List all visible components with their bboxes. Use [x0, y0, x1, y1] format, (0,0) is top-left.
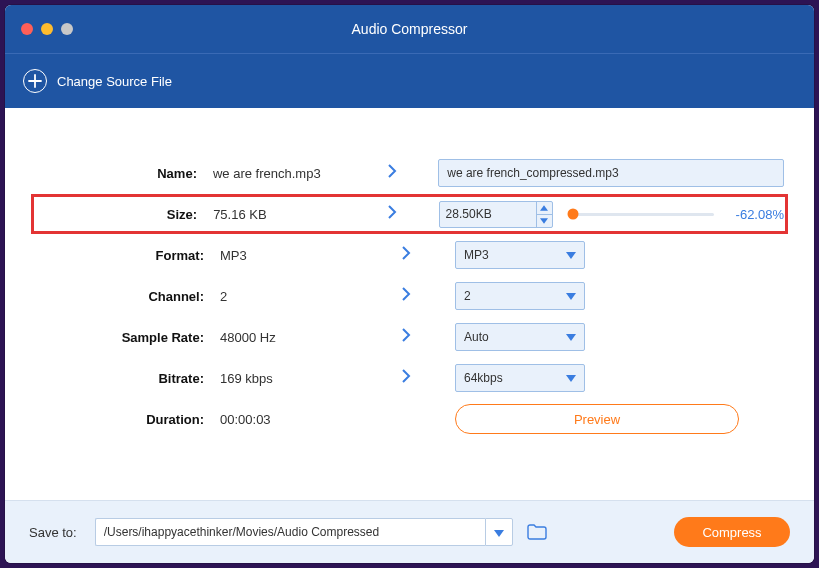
size-stepper[interactable]: 28.50KB: [439, 201, 553, 228]
row-bitrate: Bitrate: 169 kbps 64kbps: [35, 358, 784, 398]
save-path-field[interactable]: [95, 518, 485, 546]
size-output-value: 28.50KB: [440, 207, 536, 221]
format-label: Format:: [35, 248, 220, 263]
chevron-down-icon: [566, 330, 576, 344]
chevron-right-icon: [400, 246, 412, 264]
size-percent: -62.08%: [722, 207, 784, 222]
save-to-label: Save to:: [29, 525, 77, 540]
save-path-combo: [95, 518, 513, 546]
window-controls: [21, 23, 73, 35]
size-label: Size:: [35, 207, 213, 222]
close-icon[interactable]: [21, 23, 33, 35]
chevron-down-icon: [494, 523, 504, 541]
folder-icon: [527, 524, 547, 540]
change-source-label: Change Source File: [57, 74, 172, 89]
duration-label: Duration:: [35, 412, 220, 427]
save-path-dropdown[interactable]: [485, 518, 513, 546]
size-slider[interactable]: [573, 213, 714, 216]
chevron-right-icon: [386, 164, 398, 182]
sample-rate-source: 48000 Hz: [220, 330, 400, 345]
row-size: Size: 75.16 KB 28.50KB -62.08%: [31, 194, 788, 234]
bitrate-select[interactable]: 64kbps: [455, 364, 585, 392]
row-name: Name: we are french.mp3: [35, 153, 784, 193]
chevron-right-icon: [400, 328, 412, 346]
size-step-down[interactable]: [537, 214, 552, 227]
name-label: Name:: [35, 166, 213, 181]
row-channel: Channel: 2 2: [35, 276, 784, 316]
format-select[interactable]: MP3: [455, 241, 585, 269]
footer: Save to: Compress: [5, 500, 814, 563]
format-output-value: MP3: [464, 248, 489, 262]
row-format: Format: MP3 MP3: [35, 235, 784, 275]
chevron-down-icon: [566, 289, 576, 303]
chevron-down-icon: [566, 248, 576, 262]
sample-rate-output-value: Auto: [464, 330, 489, 344]
fullscreen-icon[interactable]: [61, 23, 73, 35]
bitrate-label: Bitrate:: [35, 371, 220, 386]
slider-thumb-icon[interactable]: [567, 209, 578, 220]
channel-output-value: 2: [464, 289, 471, 303]
toolbar: Change Source File: [5, 53, 814, 108]
bitrate-output-value: 64kbps: [464, 371, 503, 385]
chevron-right-icon: [386, 205, 398, 223]
change-source-button[interactable]: Change Source File: [23, 69, 172, 93]
minimize-icon[interactable]: [41, 23, 53, 35]
chevron-right-icon: [400, 287, 412, 305]
open-folder-button[interactable]: [525, 520, 549, 544]
name-source: we are french.mp3: [213, 166, 386, 181]
sample-rate-label: Sample Rate:: [35, 330, 220, 345]
titlebar: Audio Compressor: [5, 5, 814, 53]
app-window: Audio Compressor Change Source File Name…: [5, 5, 814, 563]
chevron-right-icon: [400, 369, 412, 387]
channel-select[interactable]: 2: [455, 282, 585, 310]
chevron-down-icon: [566, 371, 576, 385]
compress-button[interactable]: Compress: [674, 517, 790, 547]
row-sample-rate: Sample Rate: 48000 Hz Auto: [35, 317, 784, 357]
size-step-up[interactable]: [537, 202, 552, 214]
window-title: Audio Compressor: [5, 21, 814, 37]
sample-rate-select[interactable]: Auto: [455, 323, 585, 351]
channel-label: Channel:: [35, 289, 220, 304]
name-output-field[interactable]: [438, 159, 784, 187]
row-duration: Duration: 00:00:03 Preview: [35, 399, 784, 439]
bitrate-source: 169 kbps: [220, 371, 400, 386]
form-area: Name: we are french.mp3 Size: 75.16 KB 2…: [5, 108, 814, 439]
format-source: MP3: [220, 248, 400, 263]
duration-value: 00:00:03: [220, 412, 400, 427]
preview-button[interactable]: Preview: [455, 404, 739, 434]
size-source: 75.16 KB: [213, 207, 386, 222]
channel-source: 2: [220, 289, 400, 304]
plus-icon: [23, 69, 47, 93]
